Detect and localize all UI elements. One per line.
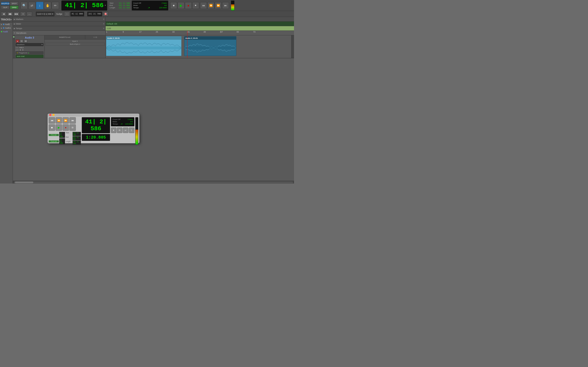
ft-play[interactable]: ▶ — [56, 124, 62, 131]
mute-btn[interactable]: M — [24, 40, 27, 43]
ft-go-start[interactable]: ⏮ — [49, 117, 55, 124]
markers-add-icon[interactable]: + — [103, 18, 104, 21]
counter-value: 41| 2| 586 — [65, 2, 104, 9]
ft-stop[interactable]: ■ — [49, 124, 55, 131]
input-device-btn[interactable]: Built-inOtpt1-2 — [45, 43, 105, 46]
stop-btn[interactable]: ■ — [170, 2, 177, 9]
transport-buttons: ■ ▶ ● ⏹ — [170, 2, 199, 9]
eq-btn[interactable]: ⚌ — [20, 12, 26, 16]
grid-btn[interactable]: GRID — [10, 6, 19, 9]
track-name-section: Audio 3 ● S M waveform ▾ vol +10.2 — [15, 35, 44, 58]
ft-minimize-btn[interactable] — [52, 114, 55, 116]
ft-transport-section: ⏮ ⏪ ⏩ ⏭ ■ ▶ ● ⊟ Pre-roll 1| 0| 000 — [49, 117, 81, 145]
grab-tool-btn[interactable]: ✋ — [44, 2, 51, 9]
track-mini-strip — [13, 35, 15, 58]
back-btn[interactable]: ◀ — [1, 12, 6, 16]
fast-forward-btn[interactable]: ⏩ — [215, 2, 222, 9]
spot-btn[interactable]: SPOT — [10, 2, 19, 5]
bottom-scrollbar[interactable] — [13, 181, 294, 184]
ft-close-btn[interactable] — [49, 114, 52, 116]
scroll-thumb[interactable] — [15, 181, 33, 183]
solo-btn[interactable]: S — [20, 40, 23, 43]
grid-selector[interactable]: Grid ▾ 0| 1| 000 ▾ — [36, 12, 54, 16]
tempo-arrow[interactable]: ♩▾ — [148, 7, 150, 9]
zoom-tool-btn[interactable]: 🔍 — [20, 2, 28, 9]
rewind-btn[interactable]: ⏪ — [208, 2, 214, 9]
select-tool-btn[interactable]: ↕ — [36, 2, 43, 9]
fwd-btn[interactable]: ▶▶ — [14, 12, 19, 16]
trim-tool-btn[interactable]: ⇄ — [28, 2, 36, 9]
play-btn[interactable]: ▶ — [178, 2, 184, 9]
right-scrollbar[interactable] — [291, 35, 294, 58]
shuffle-btn[interactable]: SHUFFLE — [1, 2, 10, 5]
grid-val: 0| 1| 000 — [43, 13, 52, 15]
pencil-tool-btn[interactable]: ✏ — [52, 2, 59, 9]
waveform-selector[interactable]: waveform ▾ — [16, 43, 43, 46]
sidebar-item-aud2[interactable]: ▶ Aud2 — [0, 23, 13, 26]
ft-sync-btn2[interactable]: ↩ — [123, 127, 128, 133]
tracks-collapse-btn[interactable]: ▾ — [10, 18, 12, 21]
record-icon: ● — [187, 4, 189, 7]
top-bar: SHUFFLE SPOT SLIP GRID 🔍 ⇄ ↕ ✋ ✏ 41| 2| … — [0, 0, 294, 11]
tempo-tl-val: ♩120 — [107, 27, 111, 30]
io-tab[interactable]: I / O — [85, 35, 105, 39]
auto-read-btn[interactable]: auto read — [16, 55, 43, 58]
ft-co-box: Count Off 2 bars Meter 4/4 Tempo ♩▾ 120.… — [111, 117, 134, 126]
playhead-ruler — [187, 31, 187, 35]
count-off-box: Count Off 2 bars Meter 4/4 Tempo ♩▾ 120.… — [132, 0, 168, 10]
ft-fast-fwd[interactable]: ⏩ — [62, 117, 69, 124]
ft-go-end[interactable]: ⏭ — [69, 117, 76, 124]
meter-expand-icon[interactable]: ▶ — [14, 23, 15, 25]
ft-sel-length-val: 14| 2| 316 — [73, 141, 81, 145]
go-start-btn[interactable]: ⏮ — [200, 2, 207, 9]
expand-icon: ▶ — [1, 23, 2, 25]
ft-sync-btn1[interactable]: ⟳ — [117, 127, 122, 133]
pan-arrow: ► — [19, 49, 21, 51]
grid-caret: ▾ — [52, 13, 53, 15]
ruler-timeline: 1 9 17 25 33 |41 49 |57 65 73 — [106, 31, 294, 35]
inserts-tab[interactable]: INSERTS A-E — [44, 35, 85, 39]
dots-btn[interactable]: … — [27, 12, 32, 16]
record-btn[interactable]: ● — [185, 2, 192, 9]
meter-add-icon[interactable]: + — [103, 22, 104, 25]
go-start-icon: ⏮ — [202, 4, 205, 7]
ft-midi[interactable]: ⊟ — [69, 124, 76, 131]
record-arm-btn[interactable]: ● — [16, 40, 19, 43]
ruler-icon[interactable]: ⊞ — [14, 32, 15, 34]
clips-area[interactable]: Audio 3_02-01 Audio 3_03-01 — [106, 35, 291, 58]
play-icon: ▶ — [180, 4, 182, 7]
sidebar-item-aud3[interactable]: Aud3 — [0, 30, 13, 33]
bars-beats-label: Bars|Beats — [16, 32, 26, 34]
ft-co-count-off: Count Off 2 bars — [112, 118, 133, 120]
markers-expand-icon[interactable]: ▶ — [14, 18, 15, 20]
ft-time-counter[interactable]: 1:20.805 — [82, 134, 110, 141]
track-active-dot — [13, 36, 15, 38]
tempo-label: Tempo — [133, 7, 139, 9]
ft-record[interactable]: ● — [62, 124, 69, 131]
ruler-mark-57: |57 — [220, 31, 223, 33]
main-counter-display[interactable]: 41| 2| 586 ▾ — [61, 0, 107, 10]
ft-sel-info: Start 41| 2| 586 End 55| 4| 902 Length 1… — [66, 132, 81, 145]
ft-postroll-btn[interactable]: Post-roll — [49, 140, 59, 142]
back2-btn[interactable]: ◀▶ — [7, 12, 13, 16]
audio-clip-2[interactable]: Audio 3_03-01 — [184, 36, 236, 56]
slip-btn[interactable]: SLIP — [1, 6, 10, 9]
ft-sync-btn3[interactable]: ⤵ — [129, 127, 134, 133]
loop-btn[interactable]: ⏹ — [192, 2, 199, 9]
ft-tempo-arrow[interactable]: ♩▾ — [121, 123, 122, 125]
cursor-link-btn[interactable]: 🎯 — [103, 12, 108, 16]
nudge-down-btn[interactable]: ↓ — [64, 12, 69, 16]
ft-sel-end: End 55| 4| 902 — [66, 136, 81, 140]
ft-rewind[interactable]: ⏪ — [56, 117, 62, 124]
audio-clip-1[interactable]: Audio 3_02-01 — [106, 36, 182, 56]
meter-label-tl: Meter — [16, 23, 21, 25]
ft-pause-btn[interactable]: ⏸ — [111, 127, 116, 133]
fast-forward-icon: ⏩ — [216, 4, 220, 7]
ft-preroll-btn[interactable]: Pre-roll — [49, 134, 59, 136]
elastic-audio-btn[interactable]: ⊛ Polyphonic ◆ — [16, 51, 43, 54]
tempo-expand-icon[interactable]: ▶ — [14, 27, 15, 30]
ft-main-counter[interactable]: 41| 2| 586 — [82, 117, 110, 133]
sidebar-item-aud11[interactable]: ▶ Aud11 — [0, 26, 13, 30]
go-end-btn[interactable]: ⏭ — [222, 2, 229, 9]
tempo-add-icon[interactable]: + — [103, 27, 104, 30]
